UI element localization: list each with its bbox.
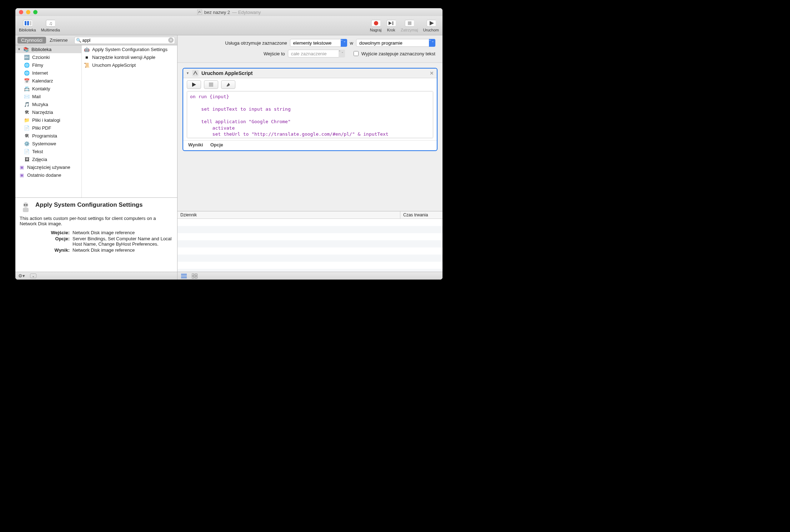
category-icon: ⚙️	[24, 141, 30, 146]
svg-rect-3	[27, 21, 29, 25]
category-icon: 🛠	[24, 109, 30, 115]
label-in: w	[350, 40, 353, 46]
category-icon: 🌐	[24, 62, 30, 68]
left-pane: Czynności Zmienne 🔍 ✕ ▼📚Biblioteka 🔤Czci…	[15, 35, 178, 280]
category-list[interactable]: ▼📚Biblioteka 🔤Czcionki🌐Filmy🌐Internet📅Ka…	[15, 45, 82, 197]
category-item[interactable]: 📄Tekst	[15, 147, 81, 155]
category-item[interactable]: 🛠Narzędzia	[15, 108, 81, 116]
right-pane: Usługa otrzymuje zaznaczone elementy tek…	[178, 35, 442, 280]
applescript-editor[interactable]: on run {input} set inputText to input as…	[187, 91, 433, 138]
category-item[interactable]: 🔤Czcionki	[15, 53, 81, 61]
action-icon: 🤖	[84, 46, 90, 52]
desc-title: Apply System Configuration Settings	[35, 201, 142, 209]
category-item[interactable]: 📄Pliki PDF	[15, 124, 81, 132]
step-button[interactable]: Krok	[386, 19, 396, 32]
search-input[interactable]	[74, 37, 175, 44]
search-icon: 🔍	[76, 38, 81, 43]
select-input-type[interactable]: elementy tekstowe	[290, 39, 347, 47]
category-icon: 🖼	[24, 156, 30, 162]
svg-text:♫: ♫	[49, 21, 52, 26]
library-icon: 📚	[23, 46, 29, 52]
clear-search-icon[interactable]: ✕	[168, 37, 174, 43]
desc-value: Server Bindings, Set Computer Name and L…	[72, 236, 173, 247]
svg-rect-11	[392, 21, 393, 25]
maximize-icon[interactable]	[33, 10, 38, 14]
category-item[interactable]: 🎵Muzyka	[15, 100, 81, 108]
action-result-item[interactable]: ■Narzędzie kontroli wersji Apple	[82, 53, 177, 61]
category-item[interactable]: 🌐Filmy	[15, 61, 81, 69]
svg-point-19	[26, 204, 28, 206]
svg-rect-25	[181, 277, 187, 278]
select-app[interactable]: dowolnym programie	[356, 39, 435, 47]
svg-rect-23	[181, 274, 187, 275]
desc-value: Network Disk image reference	[72, 247, 173, 253]
action-compile-icon[interactable]	[221, 80, 235, 89]
select-input-scope[interactable]: całe zaznaczenie	[288, 50, 345, 57]
log-rows	[178, 219, 442, 272]
action-stop-icon	[204, 80, 218, 89]
category-item[interactable]: ⚙️Systemowe	[15, 140, 81, 147]
category-item[interactable]: 📁Pliki i katalogi	[15, 116, 81, 124]
log-panel: Dziennik Czas trwania	[178, 211, 442, 280]
category-item[interactable]: 📅Kalendarz	[15, 77, 81, 85]
svg-rect-13	[408, 21, 411, 25]
library-button[interactable]: Biblioteka	[19, 19, 36, 32]
smart-folder-item[interactable]: ▣Najczęściej używane	[15, 163, 81, 171]
svg-rect-24	[181, 276, 187, 276]
action-description: Apply System Configuration Settings This…	[15, 197, 177, 272]
action-footer-options[interactable]: Opcje	[210, 142, 223, 147]
svg-rect-4	[30, 21, 31, 25]
log-header-duration[interactable]: Czas trwania	[400, 211, 442, 219]
action-list[interactable]: 🤖Apply System Configuration Settings■Nar…	[82, 45, 177, 197]
left-statusbar: ⚙︎▾ ⌄	[15, 272, 177, 280]
record-button[interactable]: Nagraj	[370, 19, 381, 32]
category-icon: 📇	[24, 86, 30, 91]
category-item[interactable]: ✉️Mail	[15, 92, 81, 100]
window-title-suffix: — Edytowany	[232, 10, 261, 15]
log-view-grid-icon[interactable]	[192, 273, 198, 278]
desc-key: Opcje:	[20, 236, 70, 247]
svg-rect-29	[195, 276, 197, 278]
minimize-icon[interactable]	[26, 10, 30, 14]
toolbar: Biblioteka ♫ Multimedia Nagraj Krok Zatr…	[15, 16, 442, 35]
checkbox-output-replaces[interactable]	[354, 51, 359, 56]
action-run-applescript: ▼ Uruchom AppleScript ✕ on run {input} s…	[182, 68, 438, 151]
smart-folder-item[interactable]: ▣Ostatnio dodane	[15, 171, 81, 179]
action-result-item[interactable]: 📜Uruchom AppleScript	[82, 61, 177, 69]
category-icon: 🎵	[24, 101, 30, 107]
svg-point-8	[374, 21, 378, 25]
svg-rect-2	[25, 21, 26, 25]
library-root[interactable]: ▼📚Biblioteka	[15, 45, 81, 53]
svg-rect-26	[192, 274, 194, 276]
smart-folder-icon: ▣	[19, 172, 25, 178]
close-icon[interactable]	[19, 10, 23, 14]
disclosure-icon[interactable]: ▼	[186, 71, 189, 75]
category-item[interactable]: 🖼Zdjęcia	[15, 155, 81, 163]
category-item[interactable]: 📇Kontakty	[15, 85, 81, 92]
category-item[interactable]: 🛠Programista	[15, 132, 81, 140]
label-output-replaces: Wyjście zastępuje zaznaczony tekst	[361, 51, 435, 56]
remove-action-icon[interactable]: ✕	[430, 70, 434, 76]
svg-rect-22	[209, 82, 213, 87]
media-button[interactable]: ♫ Multimedia	[41, 19, 60, 32]
log-header-journal[interactable]: Dziennik	[178, 211, 400, 219]
svg-rect-17	[23, 208, 29, 212]
category-icon: 🛠	[24, 133, 30, 139]
gear-icon[interactable]: ⚙︎▾	[18, 273, 25, 278]
svg-point-18	[24, 204, 25, 206]
stop-button: Zatrzymaj	[401, 19, 418, 32]
log-view-list-icon[interactable]	[181, 273, 187, 278]
run-button[interactable]: Uruchom	[423, 19, 439, 32]
collapse-icon[interactable]: ⌄	[30, 273, 36, 278]
window-title: bez nazwy 2	[204, 10, 230, 15]
applescript-icon	[192, 70, 199, 76]
category-item[interactable]: 🌐Internet	[15, 69, 81, 77]
tab-variables[interactable]: Zmienne	[46, 37, 71, 44]
action-footer-results[interactable]: Wyniki	[188, 142, 203, 147]
titlebar[interactable]: bez nazwy 2 — Edytowany	[15, 8, 442, 16]
workflow-area[interactable]: ▼ Uruchom AppleScript ✕ on run {input} s…	[178, 63, 442, 211]
smart-folder-icon: ▣	[19, 164, 25, 170]
action-result-item[interactable]: 🤖Apply System Configuration Settings	[82, 45, 177, 53]
action-run-icon[interactable]	[187, 80, 201, 89]
tab-actions[interactable]: Czynności	[18, 37, 46, 44]
